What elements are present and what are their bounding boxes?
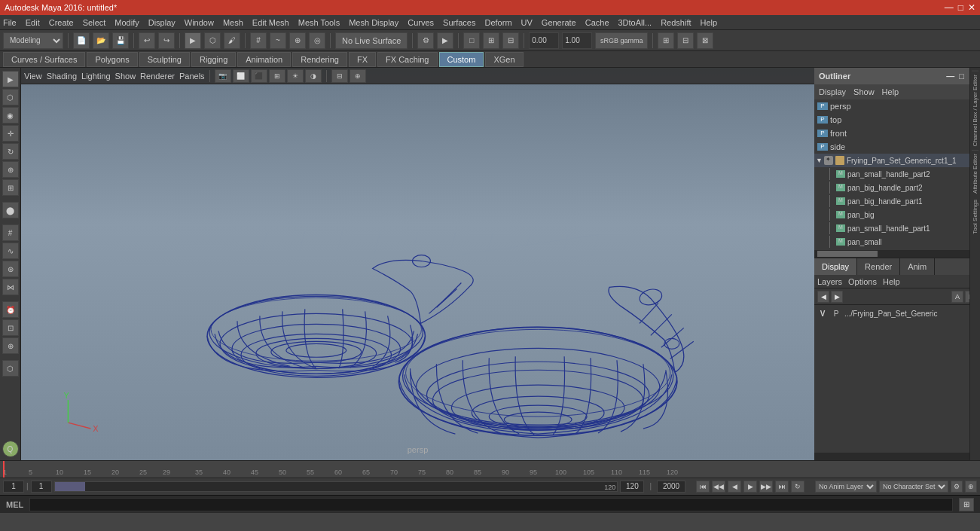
viewport[interactable]: View Shading Lighting Show Renderer Pane…: [21, 68, 814, 460]
render-settings[interactable]: ⚙: [417, 32, 434, 49]
layer-nav-left[interactable]: ◀: [817, 291, 829, 303]
shelf-tab-sculpting[interactable]: Sculpting: [139, 52, 190, 67]
no-live-surface[interactable]: No Live Surface: [335, 32, 408, 49]
menu-redshift[interactable]: Redshift: [661, 18, 691, 27]
menu-surfaces[interactable]: Surfaces: [443, 18, 475, 27]
side-tab-channel[interactable]: Channel Box / Layer Editor: [972, 71, 978, 150]
layer-nav-a[interactable]: A: [951, 291, 963, 303]
render-region-btn[interactable]: ⊡: [2, 319, 19, 336]
tree-item-front[interactable]: P front: [814, 127, 980, 140]
viewport-menu-shading[interactable]: Shading: [47, 72, 77, 81]
tree-item-pan-small-handle2[interactable]: M pan_small_handle_part2: [814, 167, 980, 181]
menu-create[interactable]: Create: [49, 18, 74, 27]
tree-item-group[interactable]: ▼ ✦ Frying_Pan_Set_Generic_rct1_1: [814, 154, 980, 167]
move-tool-btn[interactable]: ✛: [2, 125, 19, 142]
viewport-menu-panels[interactable]: Panels: [179, 72, 205, 81]
layer-scrollbar-h[interactable]: [814, 453, 980, 460]
outliner-menu-show[interactable]: Show: [853, 87, 875, 96]
anim-play-fwd[interactable]: ▶: [743, 481, 757, 493]
snap-together-btn[interactable]: ⋈: [2, 279, 19, 295]
menu-file[interactable]: File: [3, 18, 17, 27]
command-line-input[interactable]: [29, 498, 953, 511]
tree-item-top[interactable]: P top: [814, 113, 980, 127]
side-tab-tool[interactable]: Tool Settings: [972, 197, 978, 237]
tree-item-side[interactable]: P side: [814, 140, 980, 154]
menu-select[interactable]: Select: [83, 18, 106, 27]
layout-custom[interactable]: ⊟: [502, 32, 519, 49]
select-tool[interactable]: ▶: [185, 32, 201, 49]
outliner-scrollbar-h[interactable]: [814, 250, 980, 258]
anim-loop[interactable]: ↻: [791, 481, 804, 493]
layer-menu-layers[interactable]: Layers: [817, 277, 842, 286]
select-tool-btn[interactable]: ▶: [2, 71, 19, 87]
snap-to-curve-btn[interactable]: ∿: [2, 243, 19, 259]
shelf-tab-fx[interactable]: FX: [349, 52, 376, 67]
vp-light-btn[interactable]: ☀: [287, 69, 304, 83]
menu-mesh[interactable]: Mesh: [223, 18, 243, 27]
layer-row-main[interactable]: V P .../Frying_Pan_Set_Generic: [814, 307, 980, 320]
anim-go-start[interactable]: ⏮: [696, 481, 710, 493]
current-frame-input[interactable]: [3, 481, 24, 493]
anim-prev-frame[interactable]: ◀: [728, 481, 741, 493]
menu-window[interactable]: Window: [185, 18, 214, 27]
value2-input[interactable]: [562, 32, 592, 49]
tree-item-pan-big-handle1[interactable]: M pan_big_handle_part1: [814, 194, 980, 208]
layer-tab-anim[interactable]: Anim: [900, 258, 935, 275]
workspace-settings-2[interactable]: ⊟: [677, 32, 694, 49]
viewport-menu-renderer[interactable]: Renderer: [140, 72, 175, 81]
undo-button[interactable]: ↩: [139, 32, 155, 49]
anim-go-end[interactable]: ⏭: [775, 481, 789, 493]
paint-select-btn[interactable]: ◉: [2, 107, 19, 124]
save-file-button[interactable]: 💾: [112, 32, 129, 49]
quick-layout-btn[interactable]: Q: [2, 441, 19, 457]
anim-layer-select[interactable]: No Anim Layer: [815, 481, 877, 493]
layout-single[interactable]: □: [463, 32, 480, 49]
viewport-canvas[interactable]: X Y persp: [21, 84, 814, 460]
menu-deform[interactable]: Deform: [484, 18, 511, 27]
tree-item-pan-big[interactable]: M pan_big: [814, 208, 980, 221]
anim-settings[interactable]: ⚙: [951, 481, 963, 493]
history-btn[interactable]: ⏰: [2, 301, 19, 318]
vp-camera-btn[interactable]: 📷: [215, 69, 231, 83]
shelf-tab-animation[interactable]: Animation: [237, 52, 291, 67]
menu-modify[interactable]: Modify: [114, 18, 139, 27]
layer-menu-help[interactable]: Help: [883, 277, 900, 286]
menu-3dtoall[interactable]: 3DtoAll...: [618, 18, 652, 27]
lasso-tool[interactable]: ⬡: [204, 32, 221, 49]
menu-edit-mesh[interactable]: Edit Mesh: [252, 18, 289, 27]
soft-select-btn[interactable]: ⬤: [2, 202, 19, 218]
minimize-button[interactable]: —: [945, 2, 954, 13]
range-end-input[interactable]: [620, 481, 644, 493]
script-editor-btn[interactable]: ⊞: [959, 498, 974, 511]
timeline-range-bar[interactable]: 120: [54, 481, 618, 492]
viewport-menu-view[interactable]: View: [24, 72, 42, 81]
shelf-tab-xgen[interactable]: XGen: [485, 52, 523, 67]
layer-p-btn[interactable]: P: [831, 310, 841, 318]
layer-tab-display[interactable]: Display: [814, 258, 857, 275]
workspace-settings-1[interactable]: ⊞: [658, 32, 674, 49]
layer-tab-render[interactable]: Render: [857, 258, 900, 275]
side-tab-attribute[interactable]: Attribute Editor: [972, 150, 978, 197]
menu-help[interactable]: Help: [701, 18, 718, 27]
viewport-menu-show[interactable]: Show: [115, 72, 136, 81]
gamma-toggle[interactable]: sRGB gamma: [595, 32, 648, 49]
outliner-menu-display[interactable]: Display: [819, 87, 846, 96]
maximize-button[interactable]: □: [958, 2, 963, 13]
scale-tool-btn[interactable]: ⊕: [2, 161, 19, 178]
outliner-maximize[interactable]: □: [959, 72, 964, 81]
timeline-ruler[interactable]: 1 5 10 15 20 25 29 35 40 45 50 55 60 65 …: [0, 461, 980, 478]
snap-to-grid-btn[interactable]: #: [2, 224, 19, 241]
char-set-select[interactable]: No Character Set: [879, 481, 948, 493]
menu-edit[interactable]: Edit: [26, 18, 40, 27]
menu-mesh-display[interactable]: Mesh Display: [349, 18, 398, 27]
extra-tool-btn[interactable]: ⬡: [2, 360, 19, 377]
render-current[interactable]: ▶: [437, 32, 453, 49]
menu-display[interactable]: Display: [148, 18, 176, 27]
vp-hud-btn[interactable]: ⊕: [350, 69, 366, 83]
value1-input[interactable]: [529, 32, 559, 49]
tree-item-pan-small-handle1[interactable]: M pan_small_handle_part1: [814, 221, 980, 235]
outliner-menu-help[interactable]: Help: [882, 87, 899, 96]
shelf-tab-rendering[interactable]: Rendering: [292, 52, 347, 67]
viewport-menu-lighting[interactable]: Lighting: [81, 72, 111, 81]
rotate-tool-btn[interactable]: ↻: [2, 143, 19, 160]
